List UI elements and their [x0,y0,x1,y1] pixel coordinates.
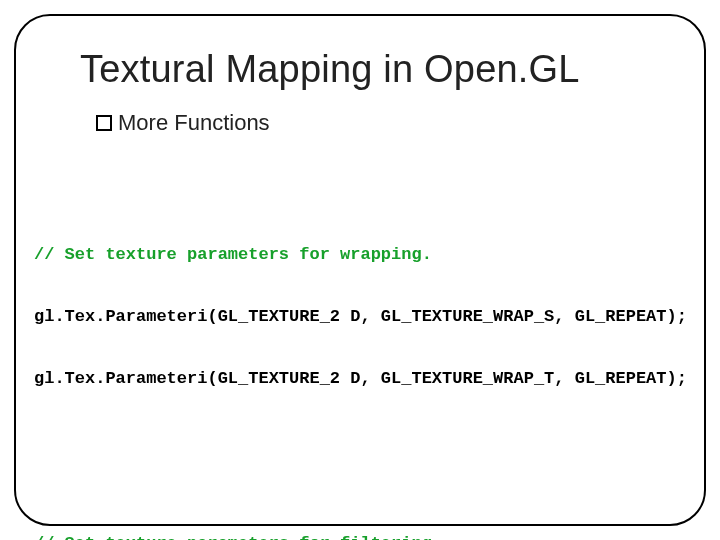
code-block-1: // Set texture parameters for wrapping. … [34,203,720,431]
square-bullet-icon [96,115,112,131]
slide-title: Textural Mapping in Open.GL [80,48,580,91]
code-line: gl.Tex.Parameteri(GL_TEXTURE_2 D, GL_TEX… [34,369,720,390]
slide: Textural Mapping in Open.GL More Functio… [0,0,720,540]
bullet-text: More Functions [118,110,270,136]
code-line: gl.Tex.Parameteri(GL_TEXTURE_2 D, GL_TEX… [34,307,720,328]
code-comment: // Set texture parameters for filtering. [34,534,720,540]
bullet-item: More Functions [96,110,270,136]
code-block: // Set texture parameters for wrapping. … [34,162,720,540]
code-block-2: // Set texture parameters for filtering.… [34,493,720,540]
code-comment: // Set texture parameters for wrapping. [34,245,720,266]
